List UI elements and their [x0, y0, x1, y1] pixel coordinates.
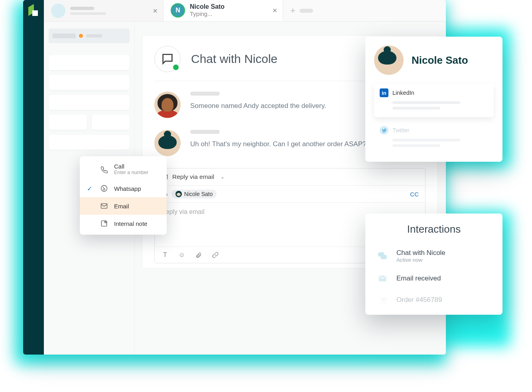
- social-twitter[interactable]: Twitter: [374, 121, 494, 155]
- placeholder-line: [70, 7, 94, 10]
- phone-icon: [100, 165, 108, 174]
- svg-rect-3: [101, 221, 106, 226]
- composer-mode-select[interactable]: Reply via email ⌄: [155, 169, 425, 186]
- menu-item-label: Whatsapp: [114, 185, 141, 192]
- svg-point-7: [384, 303, 386, 304]
- attachment-icon[interactable]: [195, 251, 203, 259]
- sidebar-card[interactable]: [49, 95, 130, 110]
- avatar-mini-icon: [175, 191, 182, 197]
- svg-rect-2: [101, 204, 107, 208]
- channel-option-email[interactable]: Email: [80, 197, 167, 215]
- channel-option-call[interactable]: Call Enter a number: [80, 159, 167, 180]
- whatsapp-icon: [100, 184, 108, 193]
- message-text: Someone named Andy accepted the delivery…: [190, 100, 326, 111]
- tab-bar: × N Nicole Sato Typing... × +: [44, 0, 446, 22]
- composer-mode-label: Reply via email: [172, 173, 214, 180]
- online-dot-icon: [172, 64, 179, 71]
- avatar-agent: [154, 92, 181, 118]
- svg-point-6: [381, 303, 382, 304]
- interaction-title: Order #456789: [396, 296, 442, 304]
- recipient-name: Nicole Sato: [184, 191, 213, 197]
- profile-card: Nicole Sato in LinkedIn Twitter: [365, 37, 502, 162]
- social-linkedin[interactable]: in LinkedIn: [374, 84, 494, 117]
- chat-bubble-icon: [154, 46, 181, 72]
- sidebar-card[interactable]: [49, 75, 130, 90]
- sidebar-card[interactable]: [92, 115, 130, 130]
- social-label: Twitter: [392, 127, 410, 133]
- tab-active[interactable]: N Nicole Sato Typing... ×: [164, 0, 283, 21]
- channel-menu: Call Enter a number ✓ Whatsapp Email Int…: [80, 156, 167, 235]
- menu-item-label: Call: [114, 163, 148, 170]
- recipient-chip[interactable]: Nicole Sato: [171, 190, 217, 198]
- check-icon: ✓: [87, 185, 94, 192]
- note-icon: [100, 219, 108, 228]
- interaction-title: Chat with Nicole: [396, 249, 445, 257]
- sidebar-card[interactable]: [49, 135, 130, 150]
- sidebar-status-strip[interactable]: [49, 29, 130, 43]
- svg-rect-5: [381, 255, 387, 259]
- sidebar-card[interactable]: [49, 55, 130, 70]
- status-dot-icon: [79, 34, 83, 38]
- conversation-title: Chat with Nicole: [191, 52, 278, 66]
- interaction-order[interactable]: Order #456789: [376, 289, 492, 311]
- channel-option-internal-note[interactable]: Internal note: [80, 215, 167, 232]
- new-tab-button[interactable]: +: [283, 0, 320, 21]
- close-icon[interactable]: ×: [153, 6, 158, 15]
- avatar-initial: N: [171, 3, 185, 18]
- link-icon[interactable]: [211, 251, 219, 259]
- sender-placeholder: [190, 92, 220, 96]
- plus-icon: +: [290, 6, 296, 16]
- mail-icon: [376, 272, 389, 284]
- interaction-sub: Active now: [396, 257, 445, 263]
- sender-placeholder: [190, 130, 220, 134]
- tab-inactive[interactable]: ×: [44, 0, 164, 21]
- text-format-icon[interactable]: T: [161, 251, 169, 259]
- message-text: Uh oh! That's my neighbor. Can I get ano…: [190, 139, 366, 149]
- tab-subtitle: Typing...: [190, 10, 225, 17]
- sidebar-card[interactable]: [49, 115, 87, 130]
- linkedin-icon: in: [380, 88, 388, 97]
- nav-rail: [23, 0, 44, 355]
- cc-button[interactable]: CC: [410, 191, 419, 198]
- profile-name: Nicole Sato: [412, 54, 468, 67]
- menu-item-label: Email: [114, 203, 129, 210]
- brand-logo-icon: [28, 6, 39, 16]
- emoji-icon[interactable]: ☺: [178, 251, 186, 259]
- cart-icon: [376, 294, 389, 306]
- placeholder-pill: [299, 9, 313, 13]
- avatar-placeholder-icon: [51, 4, 65, 18]
- twitter-icon: [380, 126, 388, 135]
- menu-item-hint: Enter a number: [114, 170, 148, 175]
- avatar-customer: [374, 45, 404, 75]
- avatar-customer: [154, 130, 181, 156]
- chevron-down-icon: ⌄: [221, 174, 225, 180]
- mail-icon: [100, 202, 108, 210]
- tab-title: Nicole Sato: [190, 3, 225, 10]
- chat-icon: [376, 250, 389, 262]
- interactions-title: Interactions: [376, 223, 492, 235]
- menu-item-label: Internal note: [114, 220, 147, 227]
- close-icon[interactable]: ×: [272, 6, 277, 15]
- interaction-email[interactable]: Email received: [376, 268, 492, 289]
- interaction-title: Email received: [396, 274, 441, 282]
- placeholder-line: [70, 12, 106, 15]
- interaction-chat[interactable]: Chat with Nicole Active now: [376, 244, 492, 268]
- channel-option-whatsapp[interactable]: ✓ Whatsapp: [80, 180, 167, 197]
- social-label: LinkedIn: [392, 90, 414, 96]
- interactions-card: Interactions Chat with Nicole Active now…: [365, 214, 502, 315]
